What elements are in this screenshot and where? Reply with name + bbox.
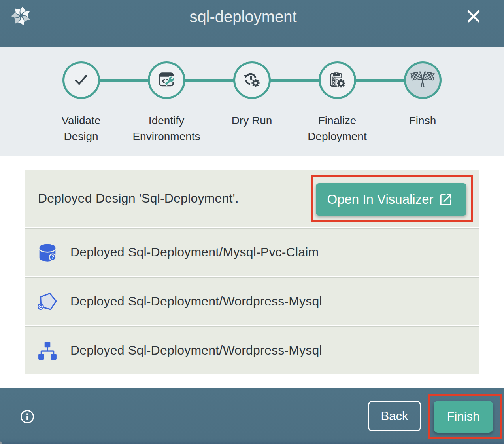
deployment-stepper: Validate Design Identify Environments bbox=[0, 47, 504, 156]
check-icon bbox=[72, 70, 90, 90]
dialog-footer bbox=[0, 388, 504, 444]
step-identify-environments bbox=[148, 61, 185, 99]
back-button[interactable]: Back bbox=[368, 401, 421, 431]
step-dry-run bbox=[233, 61, 271, 99]
open-in-visualizer-label: Open In Visualizer bbox=[327, 192, 433, 207]
code-window-wrench-icon bbox=[157, 70, 176, 90]
deployed-component-row: Deployed Sql-Deployment/Wordpress-Mysql bbox=[25, 277, 479, 325]
info-icon[interactable] bbox=[20, 410, 34, 424]
dialog-header: sql-deployment bbox=[0, 0, 504, 47]
step-validate-design bbox=[62, 61, 100, 99]
hierarchy-icon bbox=[38, 341, 57, 361]
dialog-title: sql-deployment bbox=[189, 8, 296, 25]
step-label-finsh: Finsh bbox=[371, 113, 474, 129]
svg-text:?: ? bbox=[51, 254, 54, 260]
finish-button[interactable]: Finish bbox=[434, 401, 493, 433]
deployed-component-text: Deployed Sql-Deployment/Wordpress-Mysql bbox=[70, 343, 322, 358]
close-icon[interactable] bbox=[465, 8, 482, 25]
pentagon-icon bbox=[38, 292, 57, 311]
step-finalize-deployment bbox=[319, 61, 356, 99]
open-in-new-icon bbox=[438, 192, 453, 207]
deployment-result-row: Deployed Design 'Sql-Deployment'. Open I… bbox=[25, 170, 479, 227]
meshery-logo bbox=[11, 6, 30, 25]
database-question-icon: ? bbox=[38, 243, 57, 262]
deployed-component-text: Deployed Sql-Deployment/Wordpress-Mysql bbox=[70, 294, 322, 309]
deployment-result-message: Deployed Design 'Sql-Deployment'. bbox=[38, 191, 239, 206]
clipboard-gear-icon bbox=[328, 70, 346, 90]
history-gear-icon bbox=[242, 70, 261, 91]
checkered-flags-icon bbox=[410, 71, 436, 90]
deployed-component-text: Deployed Sql-Deployment/Mysql-Pvc-Claim bbox=[70, 245, 319, 260]
deployed-component-row: ? Deployed Sql-Deployment/Mysql-Pvc-Clai… bbox=[25, 228, 479, 276]
step-finsh bbox=[404, 61, 442, 99]
cursor-artifact bbox=[0, 441, 3, 444]
open-in-visualizer-button[interactable]: Open In Visualizer bbox=[316, 183, 466, 216]
deployed-component-row: Deployed Sql-Deployment/Wordpress-Mysql bbox=[25, 326, 479, 374]
